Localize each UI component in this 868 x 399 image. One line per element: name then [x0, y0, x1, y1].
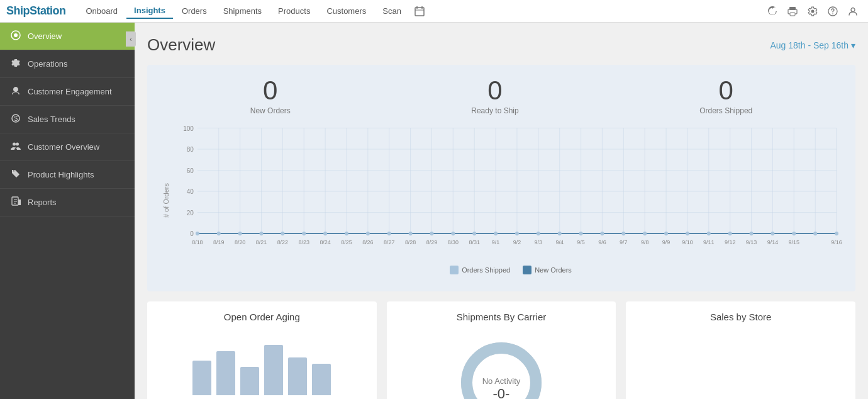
svg-point-74 [387, 232, 391, 235]
svg-text:20: 20 [187, 210, 194, 216]
svg-point-79 [494, 232, 498, 235]
svg-point-85 [621, 232, 625, 235]
svg-text:9/13: 9/13 [746, 239, 757, 245]
legend-new-color [523, 266, 531, 274]
help-button[interactable] [824, 3, 842, 20]
nav-products[interactable]: Products [270, 4, 318, 18]
customer-overview-icon [10, 141, 21, 153]
print-button[interactable] [784, 3, 801, 20]
sales-trends-icon: $ [10, 113, 21, 125]
sidebar-item-overview[interactable]: Overview [0, 23, 135, 50]
svg-point-92 [771, 232, 774, 235]
sales-by-store-title: Sales by Store [636, 312, 845, 322]
svg-point-65 [196, 232, 199, 235]
nav-links: Onboard Insights Orders Shipments Produc… [79, 3, 764, 19]
nav-scan[interactable]: Scan [375, 4, 409, 18]
svg-point-73 [366, 232, 370, 235]
chart-svg: 100 80 60 40 20 0 [179, 121, 843, 260]
nav-insights[interactable]: Insights [126, 3, 173, 19]
aging-bar-1 [192, 361, 211, 395]
svg-text:8/25: 8/25 [341, 239, 352, 245]
main-chart: # of Orders [160, 121, 843, 279]
date-range-picker[interactable]: Aug 18th - Sep 16th ▾ [770, 40, 855, 50]
product-highlights-icon [10, 169, 21, 181]
svg-text:9/2: 9/2 [513, 239, 521, 245]
app-body: Overview Operations Customer Engagement … [0, 23, 868, 399]
svg-text:9/4: 9/4 [555, 239, 563, 245]
svg-text:9/11: 9/11 [703, 239, 714, 245]
sidebar-item-reports[interactable]: Reports [0, 189, 135, 216]
svg-text:9/15: 9/15 [789, 239, 799, 245]
svg-rect-6 [790, 13, 795, 16]
svg-text:9/6: 9/6 [598, 239, 606, 245]
svg-text:60: 60 [187, 167, 194, 174]
svg-point-75 [409, 232, 413, 235]
svg-text:8/24: 8/24 [320, 239, 330, 245]
svg-text:$: $ [14, 115, 18, 122]
nav-customers[interactable]: Customers [319, 4, 374, 18]
settings-button[interactable] [804, 3, 821, 20]
stat-ready-to-ship: 0 Ready to Ship [471, 77, 518, 115]
nav-shipments[interactable]: Shipments [216, 4, 269, 18]
stat-orders-shipped: 0 Orders Shipped [699, 77, 752, 115]
aging-bar-5 [288, 357, 307, 395]
aging-bar-3 [240, 367, 259, 395]
svg-text:100: 100 [183, 125, 194, 132]
svg-text:8/23: 8/23 [299, 239, 309, 245]
svg-point-76 [430, 232, 433, 235]
chart-inner: 100 80 60 40 20 0 [179, 121, 843, 279]
svg-point-87 [664, 232, 668, 235]
svg-point-10 [851, 8, 855, 11]
legend-new-orders: New Orders [523, 266, 572, 274]
aging-bar-4 [264, 345, 283, 395]
sidebar-item-customer-engagement[interactable]: Customer Engagement [0, 78, 135, 106]
svg-point-88 [686, 232, 689, 235]
aging-bar-chart [157, 332, 367, 395]
user-button[interactable] [844, 3, 862, 20]
svg-text:8/22: 8/22 [277, 239, 288, 245]
svg-point-78 [472, 232, 476, 235]
svg-text:9/3: 9/3 [535, 239, 542, 245]
stat-new-orders-value: 0 [250, 77, 291, 104]
aging-bar-2 [216, 351, 235, 395]
svg-text:40: 40 [187, 188, 194, 195]
shipments-by-carrier-card: Shipments By Carrier No Activity -0- [387, 301, 616, 399]
sidebar: Overview Operations Customer Engagement … [0, 23, 135, 399]
svg-point-83 [579, 232, 583, 235]
svg-text:9/5: 9/5 [577, 239, 584, 245]
svg-point-94 [813, 232, 817, 235]
svg-text:80: 80 [187, 146, 194, 153]
svg-text:8/29: 8/29 [426, 239, 437, 245]
calendar-icon[interactable] [414, 6, 425, 17]
svg-text:9/12: 9/12 [725, 239, 735, 245]
svg-text:8/21: 8/21 [256, 239, 267, 245]
svg-point-82 [558, 232, 562, 235]
sidebar-collapse-button[interactable]: ‹ [126, 31, 136, 47]
legend-new-label: New Orders [535, 266, 572, 274]
svg-point-70 [302, 232, 306, 235]
stat-new-orders: 0 New Orders [250, 77, 291, 115]
refresh-button[interactable] [764, 3, 781, 20]
legend-orders-shipped: Orders Shipped [450, 266, 510, 274]
y-axis-label: # of Orders [160, 121, 172, 279]
nav-orders[interactable]: Orders [174, 4, 214, 18]
svg-point-91 [750, 232, 754, 235]
nav-icons [764, 3, 862, 20]
stats-row: 0 New Orders 0 Ready to Ship 0 Orders Sh… [160, 77, 843, 115]
svg-point-81 [537, 232, 540, 235]
page-title: Overview [147, 35, 215, 55]
svg-text:9/10: 9/10 [682, 239, 693, 245]
sidebar-item-product-highlights[interactable]: Product Highlights [0, 161, 135, 189]
customer-engagement-icon [10, 86, 21, 98]
sidebar-item-customer-overview[interactable]: Customer Overview [0, 133, 135, 161]
svg-point-67 [238, 232, 242, 235]
svg-text:8/26: 8/26 [362, 239, 373, 245]
legend-shipped-color [450, 266, 459, 274]
svg-text:9/8: 9/8 [641, 239, 648, 245]
svg-point-12 [14, 33, 18, 37]
sidebar-item-sales-trends[interactable]: $ Sales Trends [0, 106, 135, 133]
sidebar-item-operations[interactable]: Operations [0, 50, 135, 78]
nav-onboard[interactable]: Onboard [79, 4, 126, 18]
svg-text:8/20: 8/20 [235, 239, 245, 245]
logo: ShipStation [6, 4, 66, 18]
